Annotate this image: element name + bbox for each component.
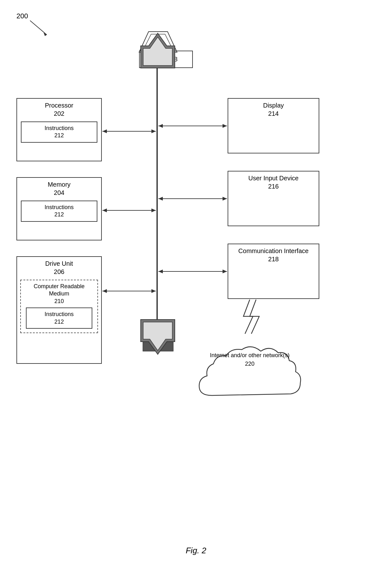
memory-title: Memory 204	[17, 178, 101, 198]
cloud-shape	[193, 339, 307, 411]
figure-number: 200	[16, 12, 28, 20]
network-label-text: Internet and/or other network(s)	[210, 352, 290, 358]
processor-title: Processor 202	[17, 99, 101, 119]
network-number: 220	[245, 361, 254, 367]
drive-instructions-box: Instructions 212	[26, 308, 92, 329]
svg-marker-18	[158, 197, 163, 201]
svg-marker-21	[158, 270, 163, 273]
processor-inner-box: Instructions 212	[21, 121, 97, 143]
display-box: Display 214	[228, 98, 319, 153]
svg-marker-3	[143, 34, 173, 51]
bus-vertical-line	[156, 68, 158, 353]
svg-marker-4	[143, 323, 173, 351]
crm-box: Computer Readable Medium 210 Instruction…	[20, 280, 98, 333]
svg-marker-22	[223, 270, 227, 273]
crm-title: Computer Readable Medium 210	[23, 283, 95, 305]
svg-marker-9	[102, 208, 107, 212]
drive-unit-title: Drive Unit 206	[17, 257, 101, 277]
svg-marker-15	[158, 124, 163, 128]
svg-marker-6	[102, 129, 107, 133]
memory-instructions: Instructions 212	[23, 204, 95, 219]
display-title: Display 214	[228, 99, 319, 119]
svg-line-0	[30, 21, 47, 35]
comm-interface-box: Communication Interface 218	[228, 244, 319, 299]
svg-marker-24	[143, 322, 172, 351]
drive-unit-box: Drive Unit 206 Computer Readable Medium …	[16, 256, 102, 364]
svg-marker-2	[139, 32, 177, 52]
svg-marker-19	[223, 197, 227, 201]
svg-marker-12	[102, 289, 107, 293]
drive-instructions: Instructions 212	[28, 311, 90, 326]
diagram-container: 200 Bus 208 Processor 202 Instructions 2…	[0, 0, 392, 584]
svg-marker-16	[223, 124, 227, 128]
memory-box: Memory 204 Instructions 212	[16, 177, 102, 240]
svg-marker-10	[151, 208, 156, 212]
user-input-title: User Input Device 216	[228, 171, 319, 192]
bus-label: Bus 208	[154, 56, 177, 63]
memory-inner-box: Instructions 212	[21, 201, 97, 222]
svg-marker-13	[151, 289, 156, 293]
network-label: Internet and/or other network(s) 220	[199, 351, 300, 368]
bus-box: Bus 208	[139, 51, 193, 68]
fig-caption: Fig. 2	[186, 546, 206, 556]
svg-marker-23	[141, 320, 175, 354]
processor-instructions: Instructions 212	[23, 125, 95, 140]
comm-interface-title: Communication Interface 218	[228, 244, 319, 264]
processor-box: Processor 202 Instructions 212	[16, 98, 102, 161]
svg-marker-1	[44, 33, 47, 36]
svg-marker-7	[151, 129, 156, 133]
user-input-box: User Input Device 216	[228, 171, 319, 226]
